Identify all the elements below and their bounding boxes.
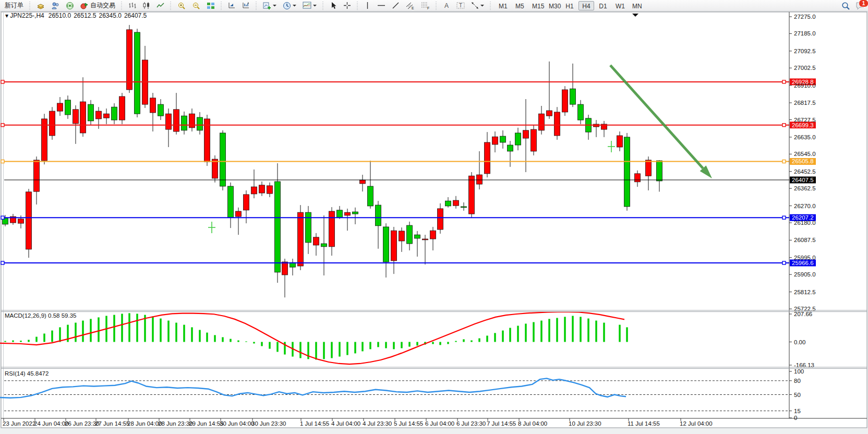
timeframe-M30[interactable]: M30 bbox=[545, 1, 561, 10]
time-axis-label: 28 Jun 04:00 bbox=[127, 420, 162, 427]
time-axis-label: 30 Jun 04:00 bbox=[220, 420, 255, 427]
timeframe-D1[interactable]: D1 bbox=[595, 1, 611, 10]
timeframe-H4[interactable]: H4 bbox=[578, 1, 594, 10]
candlestick bbox=[531, 125, 537, 155]
quote-close: 26407.5 bbox=[124, 12, 147, 19]
notifications-button[interactable]: 1 bbox=[855, 2, 865, 10]
line-handle[interactable] bbox=[782, 160, 786, 163]
crosshair-tool-button[interactable] bbox=[341, 1, 354, 11]
data-window-icon-button[interactable] bbox=[49, 1, 62, 11]
fibonacci-icon: F bbox=[421, 2, 430, 10]
time-axis-label: 23 Jun 2022 bbox=[3, 420, 35, 427]
templates-dropdown[interactable] bbox=[300, 1, 319, 11]
arrows-dropdown[interactable] bbox=[468, 1, 487, 11]
line-handle[interactable] bbox=[1, 80, 4, 83]
timeframe-M15[interactable]: M15 bbox=[528, 1, 544, 10]
market-watch-icon[interactable] bbox=[34, 1, 47, 11]
bar-chart-button[interactable] bbox=[126, 1, 139, 11]
price-axis-tick: 26270.0 bbox=[794, 203, 816, 209]
price-axis-tick: 26727.5 bbox=[794, 117, 816, 123]
toolbar-separator bbox=[120, 2, 124, 10]
toolbar-separator bbox=[255, 2, 258, 10]
periods-dropdown[interactable] bbox=[280, 1, 299, 11]
vertical-line-tool[interactable] bbox=[361, 1, 373, 11]
candlestick bbox=[42, 114, 47, 164]
tile-windows-button[interactable] bbox=[204, 1, 218, 11]
line-handle[interactable] bbox=[782, 124, 786, 127]
axis-price-tag-text: 25966.6 bbox=[792, 260, 814, 266]
price-axis-tick: 25812.5 bbox=[794, 289, 816, 295]
candlestick bbox=[624, 133, 630, 211]
candlestick bbox=[220, 130, 226, 190]
timeframe-M1[interactable]: M1 bbox=[495, 1, 511, 10]
candlestick-chart-button[interactable] bbox=[140, 1, 153, 11]
timeframe-M5[interactable]: M5 bbox=[512, 1, 527, 10]
line-handle[interactable] bbox=[1, 124, 4, 127]
line-handle[interactable] bbox=[782, 80, 786, 83]
auto-trading-icon bbox=[80, 2, 89, 10]
time-axis-label: 11 Jul 14:55 bbox=[628, 420, 660, 427]
text-letter: A bbox=[444, 2, 449, 9]
timeframe-MN[interactable]: MN bbox=[629, 1, 644, 10]
axis-price-tag-text: 26505.8 bbox=[792, 158, 814, 164]
new-chart-dropdown[interactable] bbox=[260, 1, 279, 11]
toolbar-separator bbox=[321, 2, 325, 10]
price-axis-tick: 26362.5 bbox=[794, 185, 816, 191]
rsi-axis-tick: 100 bbox=[794, 368, 804, 375]
tile-windows-icon bbox=[207, 2, 215, 10]
horizontal-line-icon bbox=[377, 2, 385, 9]
price-axis-tick: 27002.5 bbox=[794, 65, 816, 71]
line-chart-icon bbox=[156, 2, 164, 9]
notification-badge: 1 bbox=[859, 0, 868, 7]
trendline-tool[interactable] bbox=[389, 1, 402, 11]
channel-letter: E bbox=[412, 6, 414, 10]
template-icon bbox=[303, 2, 311, 9]
time-axis-label: 8 Jul 04:00 bbox=[518, 420, 547, 427]
timeframe-H1[interactable]: H1 bbox=[562, 1, 577, 10]
auto-trading-button[interactable]: 自动交易 bbox=[78, 1, 118, 11]
cursor-icon bbox=[330, 2, 337, 9]
chart-shift-button[interactable] bbox=[239, 1, 252, 11]
zoom-out-button[interactable] bbox=[189, 1, 203, 11]
equidistant-channel-tool[interactable]: E bbox=[403, 1, 417, 11]
candlestick bbox=[554, 107, 560, 140]
chart-canvas[interactable]: ▾ JPN225-,H426510.026512.526345.026407.5… bbox=[0, 0, 868, 434]
time-axis-label: 4 Jul 04:00 bbox=[331, 420, 360, 427]
line-handle[interactable] bbox=[782, 216, 786, 219]
search-icon[interactable] bbox=[841, 2, 850, 10]
auto-scroll-button[interactable] bbox=[225, 1, 238, 11]
strategy-tester-icon-button[interactable] bbox=[63, 1, 77, 11]
cursor-tool-button[interactable] bbox=[327, 1, 340, 11]
time-axis-label: 5 Jul 14:55 bbox=[394, 420, 423, 427]
line-handle[interactable] bbox=[1, 261, 4, 264]
chevron-down-icon bbox=[313, 4, 317, 7]
zoom-in-button[interactable] bbox=[175, 1, 188, 11]
arrows-icon bbox=[471, 2, 479, 9]
time-axis-label: 24 Jun 04:00 bbox=[34, 420, 69, 427]
chevron-down-icon bbox=[480, 4, 484, 7]
auto-scroll-icon bbox=[228, 2, 236, 9]
toolbar-separator bbox=[489, 2, 492, 10]
timeframe-W1[interactable]: W1 bbox=[612, 1, 628, 10]
price-axis-tick: 26817.5 bbox=[794, 100, 816, 106]
book-icon bbox=[37, 2, 45, 10]
zoom-out-icon bbox=[192, 2, 200, 10]
line-handle[interactable] bbox=[1, 160, 4, 163]
candlestick bbox=[127, 25, 132, 93]
time-axis-label: 4 Jul 23:30 bbox=[363, 420, 392, 427]
new-order-button[interactable]: 新订单 bbox=[2, 1, 26, 11]
text-label-tool[interactable]: T bbox=[454, 1, 467, 11]
line-handle[interactable] bbox=[1, 216, 4, 219]
line-chart-button[interactable] bbox=[154, 1, 167, 11]
rsi-axis-tick: 0 bbox=[794, 415, 797, 421]
collapse-triangle-icon: ▾ bbox=[5, 12, 10, 19]
candlestick bbox=[204, 115, 210, 166]
horizontal-line-tool[interactable] bbox=[375, 1, 388, 11]
line-handle[interactable] bbox=[782, 261, 786, 264]
fibonacci-tool[interactable]: F bbox=[418, 1, 432, 11]
fibo-letter: F bbox=[427, 6, 429, 10]
text-tool[interactable]: A bbox=[440, 1, 453, 11]
auto-trading-label: 自动交易 bbox=[90, 1, 115, 10]
time-axis-label: 27 Jun 14:55 bbox=[95, 420, 130, 427]
candlestick bbox=[26, 189, 32, 258]
